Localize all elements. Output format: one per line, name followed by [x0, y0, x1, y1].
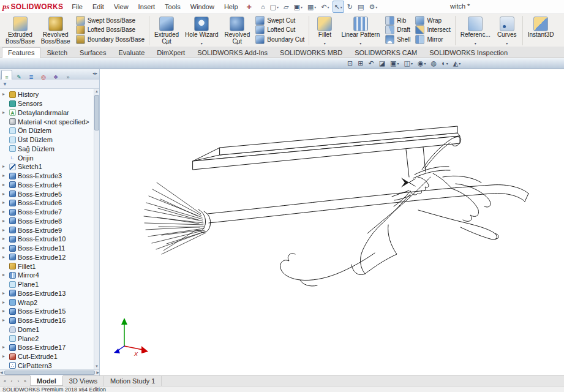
expand-arrow-icon[interactable]: ▸ [2, 208, 7, 216]
fillet-button[interactable]: Fillet ▾ [311, 15, 338, 45]
wrap-button[interactable]: Wrap [415, 16, 450, 25]
instant3d-button[interactable]: Instant3D ▾ [525, 15, 557, 45]
dimxpertmanager-tab[interactable]: ◎ [38, 70, 49, 80]
curves-button[interactable]: Curves ▾ [494, 15, 521, 45]
tree-item[interactable]: ▸ ∟ Orijin [0, 153, 94, 162]
graphics-area[interactable]: X [100, 69, 564, 375]
dropdown-caret-icon[interactable]: ▾ [459, 61, 461, 66]
tree-item[interactable]: ▸ Mirror4 [0, 271, 94, 280]
revolved-boss-base-button[interactable]: Revolved Boss/Base ▾ [38, 15, 73, 45]
tree-item[interactable]: ▸ Boss-Extrude11 [0, 244, 94, 253]
mirror-button[interactable]: Mirror [415, 35, 450, 44]
command-tab[interactable]: SOLIDWORKS Add-Ins [191, 47, 274, 58]
zoom-to-fit-button[interactable]: ⊡ ▾ [346, 59, 354, 68]
tree-item[interactable]: ▸ Boss-Extrude12 [0, 253, 94, 262]
tree-vertical-scrollbar[interactable]: ▲ ▼ [94, 89, 99, 369]
extruded-boss-base-button[interactable]: Extruded Boss/Base ▾ [2, 15, 38, 45]
swept-boss-base-button[interactable]: Swept Boss/Base [76, 16, 145, 25]
scroll-up-icon[interactable]: ▲ [95, 89, 99, 94]
tree-item[interactable]: ▸ Fillet1 [0, 262, 94, 271]
hole-wizard-button[interactable]: Hole Wizard ▾ [182, 15, 221, 45]
lofted-cut-button[interactable]: Lofted Cut [255, 25, 304, 34]
save-button[interactable]: ▣ ▾ [291, 1, 304, 13]
scroll-left-icon[interactable]: ◀ [0, 370, 3, 375]
dropdown-caret-icon[interactable]: ▾ [397, 61, 399, 66]
shell-button[interactable]: Shell [385, 35, 410, 44]
menu-item[interactable]: Insert [133, 2, 160, 12]
displaymanager-tab[interactable]: ❖ [50, 70, 61, 80]
lofted-boss-base-button[interactable]: Lofted Boss/Base [76, 25, 145, 34]
manager-expand-tab[interactable]: » [62, 70, 73, 80]
tree-item[interactable]: ▸ Dome1 [0, 325, 94, 334]
swept-cut-button[interactable]: Swept Cut [255, 16, 304, 25]
dropdown-caret-icon[interactable]: ▾ [446, 61, 448, 66]
pane-split-buttons[interactable]: ◂▸ [92, 71, 98, 76]
command-tab[interactable]: Surfaces [73, 47, 112, 58]
tree-item[interactable]: ▸ ∴ CirPattern3 [0, 361, 94, 370]
menu-item[interactable]: Help [219, 2, 243, 12]
command-tab[interactable]: Sketch [40, 47, 73, 58]
tree-item[interactable]: ▸ Boss-Extrude9 [0, 225, 94, 235]
expand-arrow-icon[interactable]: ▸ [2, 244, 7, 252]
tree-item[interactable]: ▸ Sensors [0, 99, 94, 108]
dropdown-caret-icon[interactable]: ▾ [314, 5, 316, 9]
tab-scroll-icon[interactable]: » [22, 379, 28, 383]
apply-scene-button[interactable]: ◐ ▾ [440, 59, 449, 68]
expand-arrow-icon[interactable]: ▸ [2, 289, 7, 298]
expand-arrow-icon[interactable]: ▸ [2, 162, 7, 171]
scrollbar-thumb[interactable] [94, 95, 99, 130]
tree-item[interactable]: ▸ Boss-Extrude15 [0, 307, 94, 316]
scroll-down-icon[interactable]: ▼ [95, 364, 99, 369]
expand-arrow-icon[interactable]: ▸ [2, 298, 7, 307]
tree-item[interactable]: ▸ Cut-Extrude1 [0, 352, 94, 361]
tree-item[interactable]: ▸ Sketch1 [0, 162, 94, 172]
expand-arrow-icon[interactable]: ▸ [2, 108, 7, 117]
file-properties-button[interactable]: ▤ ▾ [356, 1, 366, 13]
home-button[interactable]: ⌂ ▾ [259, 1, 267, 13]
dropdown-caret-icon[interactable]: ▾ [328, 5, 329, 9]
edit-appearance-button[interactable]: ◍ ▾ [430, 59, 438, 68]
reference-geometry-button[interactable]: Referenc... ▾ [457, 15, 494, 45]
expand-arrow-icon[interactable]: ▸ [2, 253, 7, 262]
tree-item[interactable]: ▸ Boss-Extrude16 [0, 316, 94, 325]
draft-button[interactable]: Draft [385, 25, 410, 34]
dropdown-caret-icon[interactable]: ▾ [201, 41, 203, 45]
dropdown-caret-icon[interactable]: ▾ [375, 5, 377, 9]
new-file-button[interactable]: ▢ ▾ [268, 1, 280, 13]
expand-arrow-icon[interactable]: ▸ [2, 307, 7, 315]
tree-item[interactable]: ▸ Plane1 [0, 280, 94, 289]
tree-item[interactable]: ▸ Wrap2 [0, 298, 94, 307]
view-orientation-button[interactable]: ▣ ▾ [389, 59, 400, 68]
expand-arrow-icon[interactable]: ▸ [2, 352, 7, 361]
tree-item[interactable]: ▸ Boss-Extrude10 [0, 235, 94, 244]
dropdown-caret-icon[interactable]: ▾ [166, 41, 168, 45]
tree-item[interactable]: ▸ A Detaylandırmalar [0, 108, 94, 118]
rebuild-button[interactable]: ↻ ▾ [345, 1, 355, 13]
tree-item[interactable]: ▸ Üst Düzlem [0, 135, 94, 145]
document-tab[interactable]: 3D Views [63, 376, 104, 386]
scrollbar-thumb[interactable] [4, 371, 96, 375]
menu-item[interactable]: Window [186, 2, 219, 12]
extruded-cut-button[interactable]: Extruded Cut ▾ [151, 15, 182, 45]
command-tab[interactable]: Evaluate [112, 47, 151, 58]
options-button[interactable]: ⚙ ▾ [367, 1, 379, 13]
scroll-right-icon[interactable]: ▶ [96, 370, 99, 375]
linear-pattern-button[interactable]: Linear Pattern ▾ [338, 15, 383, 45]
dropdown-caret-icon[interactable]: ▾ [324, 41, 326, 45]
dropdown-caret-icon[interactable]: ▾ [411, 61, 413, 66]
expand-arrow-icon[interactable]: ▸ [2, 90, 7, 99]
display-style-button[interactable]: ◫ ▾ [402, 59, 413, 68]
section-view-button[interactable]: ◪ ▾ [378, 59, 386, 68]
featuremanager-tab[interactable]: ≡ [1, 70, 12, 80]
tree-item[interactable]: ▸ Boss-Extrude4 [0, 181, 94, 190]
document-tab[interactable]: Motion Study 1 [104, 376, 162, 386]
command-tab[interactable]: SOLIDWORKS MBD [274, 47, 348, 58]
document-tab[interactable]: Model [30, 375, 63, 386]
expand-arrow-icon[interactable]: ▸ [2, 271, 7, 279]
command-tab[interactable]: DimXpert [151, 47, 191, 58]
tab-scroll-icon[interactable]: « [2, 379, 8, 383]
command-tab[interactable]: Features [2, 47, 40, 58]
dropdown-caret-icon[interactable]: ▾ [236, 41, 238, 45]
tree-item[interactable]: ▸ Boss-Extrude5 [0, 189, 94, 198]
expand-arrow-icon[interactable]: ▸ [2, 190, 7, 198]
